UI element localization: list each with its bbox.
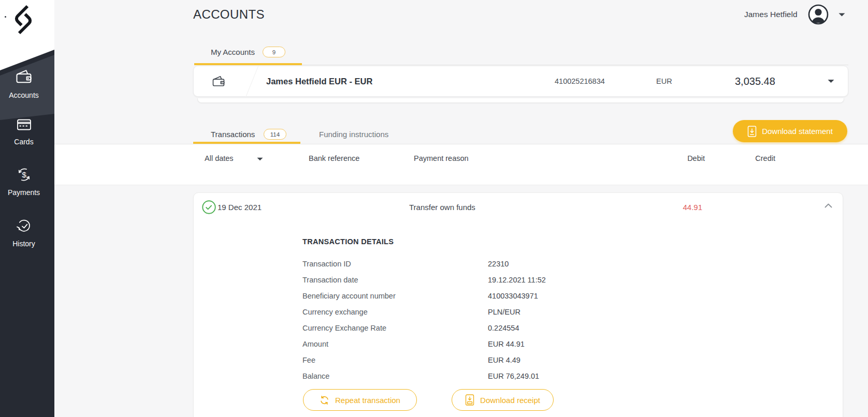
transaction-details-title: TRANSACTION DETAILS: [302, 237, 394, 246]
detail-label: Beneficiary account number: [302, 292, 396, 300]
detail-value: 0.224554: [488, 324, 519, 332]
collapse-chevron-up-icon[interactable]: [824, 203, 832, 208]
page-title: ACCOUNTS: [193, 7, 265, 22]
avatar[interactable]: [808, 4, 829, 25]
repeat-transaction-button[interactable]: Repeat transaction: [303, 389, 417, 411]
detail-label: Fee: [302, 356, 315, 364]
refresh-icon: [320, 395, 329, 405]
icon-divider: [245, 65, 258, 98]
sidebar-item-payments[interactable]: $ Payments: [0, 166, 48, 197]
detail-value: EUR 76,249.01: [488, 372, 539, 380]
sidebar-item-label: History: [0, 240, 48, 248]
sidebar-item-cards[interactable]: Cards: [0, 117, 48, 146]
detail-value: PLN/EUR: [488, 308, 520, 316]
detail-value: 410033043971: [488, 292, 538, 300]
column-payment-reason: Payment reason: [414, 154, 469, 162]
download-statement-label: Download statement: [762, 127, 833, 136]
date-filter-chevron-down-icon[interactable]: [257, 157, 263, 161]
detail-row: Currency Exchange Rate 0.224554: [302, 324, 769, 340]
my-accounts-count-badge: 9: [263, 47, 285, 57]
column-credit: Credit: [755, 154, 775, 162]
download-statement-button[interactable]: Download statement: [733, 120, 847, 142]
account-row[interactable]: James Hetfield EUR - EUR 410025216834 EU…: [193, 66, 848, 97]
user-name: James Hetfield: [744, 10, 798, 19]
download-receipt-label: Download receipt: [480, 396, 540, 405]
sidebar: Accounts Cards $: [0, 0, 54, 417]
detail-label: Balance: [302, 372, 329, 380]
user-menu-chevron-down-icon[interactable]: [838, 13, 845, 17]
tab-row-divider: [302, 65, 848, 65]
account-balance: 3,035.48: [735, 76, 775, 87]
statement-document-icon: [747, 126, 757, 137]
transactions-count-badge: 114: [264, 129, 286, 140]
app-window: Accounts Cards $: [0, 0, 868, 417]
detail-row: Amount EUR 44.91: [302, 340, 769, 356]
sidebar-item-label: Cards: [0, 138, 48, 146]
detail-label: Transaction date: [302, 276, 358, 284]
detail-label: Transaction ID: [302, 260, 351, 268]
column-bank-reference: Bank reference: [309, 154, 359, 162]
detail-row: Balance EUR 76,249.01: [302, 372, 769, 388]
sidebar-item-history[interactable]: History: [0, 217, 48, 248]
detail-row: Transaction ID 22310: [302, 260, 769, 276]
sidebar-item-accounts[interactable]: Accounts: [0, 67, 48, 99]
column-debit: Debit: [687, 154, 705, 162]
transaction-details-list: Transaction ID 22310 Transaction date 19…: [302, 260, 769, 388]
detail-value: EUR 4.49: [488, 356, 520, 364]
receipt-document-icon: [465, 394, 474, 406]
active-tab-underline: [193, 142, 300, 144]
currency-exchange-icon: $: [16, 166, 33, 183]
detail-label: Amount: [302, 340, 328, 348]
transaction-date: 19 Dec 2021: [218, 203, 262, 212]
detail-value: 22310: [488, 260, 509, 268]
transaction-reason: Transfer own funds: [409, 203, 475, 212]
svg-text:$: $: [22, 170, 26, 179]
account-currency: EUR: [656, 77, 672, 85]
wallet-icon: [15, 67, 33, 86]
transaction-success-icon: [202, 200, 216, 214]
sidebar-item-label: Payments: [0, 188, 48, 197]
transaction-debit-amount: 44.91: [683, 203, 702, 212]
tab-my-accounts[interactable]: My Accounts: [211, 48, 255, 56]
account-chevron-down-icon[interactable]: [828, 80, 834, 83]
repeat-transaction-label: Repeat transaction: [335, 396, 400, 405]
detail-value: 19.12.2021 11:52: [488, 276, 546, 284]
detail-row: Fee EUR 4.49: [302, 356, 769, 372]
credit-card-icon: [16, 117, 33, 132]
detail-row: Currency exchange PLN/EUR: [302, 308, 769, 324]
detail-row: Transaction date 19.12.2021 11:52: [302, 276, 769, 292]
detail-value: EUR 44.91: [488, 340, 525, 348]
account-number: 410025216834: [555, 77, 605, 85]
cursor-dot: [5, 16, 6, 18]
next-account-card-edge[interactable]: [197, 98, 844, 103]
tab-transactions[interactable]: Transactions: [211, 130, 255, 139]
tab-funding-instructions[interactable]: Funding instructions: [319, 130, 388, 139]
transactions-header-band: All dates Bank reference Payment reason …: [54, 144, 868, 185]
detail-row: Beneficiary account number 410033043971: [302, 292, 769, 308]
history-icon: [16, 217, 33, 234]
sidebar-item-label: Accounts: [0, 91, 48, 99]
wallet-icon: [211, 74, 226, 88]
transaction-card: 19 Dec 2021 Transfer own funds 44.91 TRA…: [193, 192, 843, 417]
account-name: James Hetfield EUR - EUR: [266, 77, 372, 86]
date-filter-dropdown[interactable]: All dates: [205, 154, 234, 162]
download-receipt-button[interactable]: Download receipt: [452, 389, 554, 411]
app-logo-icon: [10, 3, 36, 36]
detail-label: Currency Exchange Rate: [302, 324, 386, 332]
active-tab-underline: [194, 63, 302, 65]
detail-label: Currency exchange: [302, 308, 368, 316]
